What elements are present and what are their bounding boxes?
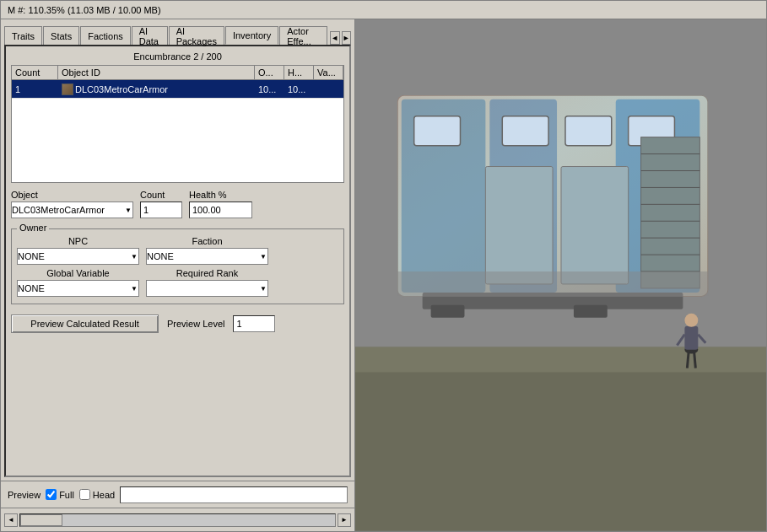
svg-rect-12 <box>485 167 553 284</box>
status-bar: M #: 110.35% (11.03 MB / 10.00 MB) <box>1 1 766 19</box>
preview-level-label: Preview Level <box>167 319 224 329</box>
svg-rect-14 <box>641 137 700 288</box>
col-header-count: Count <box>12 66 58 79</box>
head-checkbox-label[interactable]: Head <box>79 489 115 500</box>
preview-calculated-result-button[interactable]: Preview Calculated Result <box>11 314 159 333</box>
svg-line-28 <box>687 350 689 368</box>
count-label: Count <box>140 190 182 200</box>
npc-label: NPC <box>17 236 139 246</box>
svg-rect-13 <box>561 167 629 284</box>
cell-count: 1 <box>12 80 58 99</box>
owner-npc-faction-row: NPC NONE Faction <box>17 236 338 265</box>
health-input[interactable] <box>189 202 252 218</box>
inventory-table-wrapper: Count Object ID O... H... Va... 1 DLC03M… <box>11 65 344 183</box>
item-form: Object DLC03MetroCarArmor Count <box>11 190 344 333</box>
left-panel: Traits Stats Factions AI Data AI Package… <box>1 19 355 531</box>
svg-rect-24 <box>431 305 465 318</box>
cell-va <box>314 80 343 99</box>
col-header-va: Va... <box>314 66 343 79</box>
svg-point-31 <box>684 314 698 327</box>
owner-group-label: Owner <box>17 223 49 233</box>
table-header: Count Object ID O... H... Va... <box>12 66 343 80</box>
item-icon <box>62 83 73 95</box>
svg-rect-2 <box>355 347 766 373</box>
inventory-panel: Encumbrance 2 / 200 Count Object ID O...… <box>4 45 351 477</box>
tabs-row: Traits Stats Factions AI Data AI Package… <box>1 19 354 45</box>
col-header-object-id: Object ID <box>58 66 255 79</box>
svg-rect-30 <box>684 326 698 350</box>
col-header-h: H... <box>284 66 314 79</box>
npc-select[interactable]: NONE <box>17 248 139 265</box>
full-checkbox-label[interactable]: Full <box>46 489 74 500</box>
svg-rect-1 <box>355 347 766 531</box>
health-label: Health % <box>189 190 252 200</box>
tab-inventory[interactable]: Inventory <box>225 26 278 45</box>
object-select[interactable]: DLC03MetroCarArmor <box>11 202 133 218</box>
required-rank-col: Required Rank <box>146 268 268 297</box>
preview-bar <box>120 486 348 503</box>
required-rank-select[interactable] <box>146 280 268 297</box>
cell-h: 10... <box>284 80 314 99</box>
owner-group: Owner NPC NONE Fac <box>11 228 344 304</box>
global-var-select[interactable]: NONE <box>17 280 139 297</box>
encumbrance-label: Encumbrance 2 / 200 <box>11 51 344 62</box>
content-area: Traits Stats Factions AI Data AI Package… <box>1 19 766 531</box>
preview-label: Preview <box>8 490 41 500</box>
viewport-svg <box>355 19 766 531</box>
col-header-o: O... <box>255 66 284 79</box>
owner-global-rank-row: Global Variable NONE Required Rank <box>17 268 338 297</box>
tab-nav-prev[interactable]: ◄ <box>330 31 339 45</box>
global-var-label: Global Variable <box>17 268 139 278</box>
faction-label: Faction <box>146 236 268 246</box>
tab-ai-data[interactable]: AI Data <box>132 26 168 45</box>
tab-factions[interactable]: Factions <box>80 26 131 45</box>
scroll-left-btn[interactable]: ◄ <box>4 513 18 527</box>
table-data-area: 1 DLC03MetroCarArmor 10... 10... <box>12 80 343 181</box>
tab-ai-packages[interactable]: AI Packages <box>169 26 224 45</box>
table-row[interactable]: 1 DLC03MetroCarArmor 10... 10... <box>12 80 343 99</box>
tab-actor-effects[interactable]: Actor Effe... <box>279 26 327 45</box>
svg-rect-9 <box>502 116 548 146</box>
global-var-col: Global Variable NONE <box>17 268 139 297</box>
tab-stats[interactable]: Stats <box>43 26 79 45</box>
required-rank-label: Required Rank <box>146 268 268 278</box>
status-text: M #: 110.35% (11.03 MB / 10.00 MB) <box>8 5 161 15</box>
npc-col: NPC NONE <box>17 236 139 265</box>
faction-select[interactable]: NONE <box>146 248 268 265</box>
full-checkbox[interactable] <box>46 489 57 500</box>
object-label: Object <box>11 190 133 200</box>
svg-rect-8 <box>414 116 461 146</box>
preview-level-input[interactable] <box>233 315 275 332</box>
svg-rect-10 <box>565 116 612 146</box>
head-checkbox[interactable] <box>79 489 90 500</box>
svg-rect-25 <box>574 305 608 318</box>
svg-line-29 <box>694 350 695 368</box>
cell-o: 10... <box>255 80 284 99</box>
cell-object-id: DLC03MetroCarArmor <box>58 80 255 99</box>
faction-col: Faction NONE <box>146 236 268 265</box>
svg-rect-26 <box>397 271 708 297</box>
preview-controls: Preview Full Head <box>1 481 354 508</box>
tab-nav-next[interactable]: ► <box>342 31 351 45</box>
tab-traits[interactable]: Traits <box>4 26 42 45</box>
count-input[interactable] <box>140 202 182 218</box>
scroll-right-btn[interactable]: ► <box>338 513 351 527</box>
main-window: M #: 110.35% (11.03 MB / 10.00 MB) Trait… <box>0 0 767 532</box>
viewport-panel <box>355 19 766 531</box>
